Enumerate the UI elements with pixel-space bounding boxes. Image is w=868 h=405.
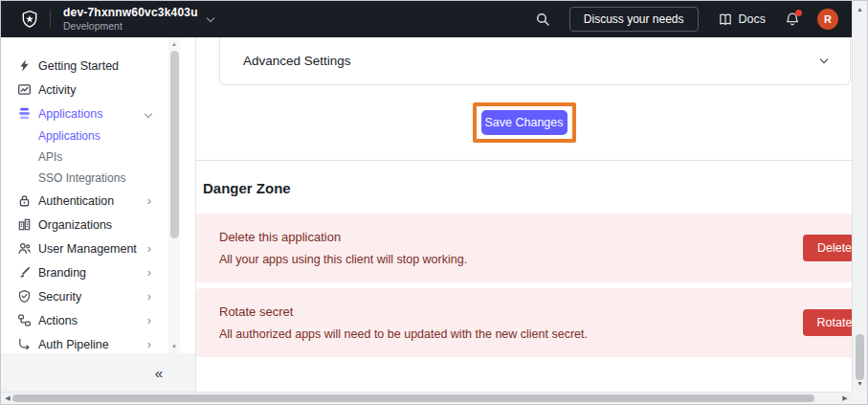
notifications-bell-icon[interactable] (785, 11, 800, 27)
sidebar-item-authentication[interactable]: Authentication › (1, 189, 195, 213)
bolt-icon (16, 58, 32, 74)
sidebar-item-getting-started[interactable]: Getting Started (1, 54, 195, 78)
sidebar-scrollbar[interactable]: ▲ ▼ (168, 37, 180, 353)
sidebar-item-label: Authentication (38, 194, 114, 208)
chevron-right-icon: › (147, 338, 151, 350)
users-icon (16, 241, 32, 257)
header-divider (50, 10, 51, 29)
chevron-down-icon[interactable] (820, 56, 828, 63)
horizontal-scrollbar[interactable]: ◀ ▶ (1, 392, 852, 404)
collapse-sidebar-button[interactable]: « (155, 365, 163, 381)
save-row: Save Changes (196, 85, 852, 160)
scrollbar-corner (852, 392, 867, 404)
settings-section: Advanced Settings Save Changes (196, 37, 852, 161)
viewport: dev-7hxnnw60vc3k403u Development Discuss… (1, 1, 852, 392)
chevron-right-icon: › (147, 242, 151, 255)
sidebar-item-security[interactable]: Security › (1, 284, 195, 308)
applications-stack-icon (16, 106, 32, 122)
sidebar-subitem-applications[interactable]: Applications (1, 125, 195, 146)
scroll-down-icon[interactable]: ▼ (168, 341, 180, 352)
chevron-right-icon: › (147, 314, 151, 326)
danger-zone-section: Danger Zone Delete this application All … (196, 161, 852, 357)
scroll-up-icon[interactable]: ▲ (168, 38, 180, 50)
sidebar-subitem-apis[interactable]: APIs (1, 146, 195, 168)
auth0-dashboard-window: dev-7hxnnw60vc3k403u Development Discuss… (0, 0, 868, 405)
rotate-secret-title: Rotate secret (219, 304, 803, 319)
sidebar-scrollbar-thumb[interactable] (170, 51, 179, 238)
sidebar-item-label: Applications (38, 107, 102, 121)
auth0-logo-icon[interactable] (20, 10, 39, 29)
rotate-secret-description: All authorized apps will need to be upda… (219, 327, 803, 341)
main-content: Advanced Settings Save Changes Danger Zo… (196, 37, 852, 392)
book-icon (718, 12, 733, 27)
discuss-your-needs-button[interactable]: Discuss your needs (569, 7, 699, 32)
docs-link[interactable]: Docs (718, 12, 766, 27)
delete-application-title: Delete this application (219, 230, 803, 244)
sidebar-item-branding[interactable]: Branding › (1, 260, 195, 284)
sidebar-item-organizations[interactable]: Organizations (1, 213, 195, 236)
sidebar-item-label: Getting Started (38, 59, 119, 73)
sidebar-item-label: Applications (38, 129, 100, 143)
sidebar-item-label: Branding (38, 266, 86, 280)
shield-check-icon (16, 289, 32, 304)
sidebar-item-label: SSO Integrations (38, 171, 125, 185)
sidebar-item-label: Auth Pipeline (38, 338, 109, 351)
scroll-right-icon[interactable]: ▶ (839, 393, 851, 404)
scroll-up-icon[interactable]: ▲ (853, 3, 867, 15)
chevron-down-icon (145, 109, 152, 117)
search-icon[interactable] (535, 11, 550, 27)
danger-zone-heading: Danger Zone (203, 180, 852, 196)
top-bar: dev-7hxnnw60vc3k403u Development Discuss… (1, 1, 852, 37)
delete-application-panel: Delete this application All your apps us… (196, 214, 852, 282)
sidebar-item-label: APIs (38, 150, 62, 164)
rotate-secret-panel: Rotate secret All authorized apps will n… (196, 288, 852, 357)
sidebar-item-user-management[interactable]: User Management › (1, 236, 195, 260)
tenant-environment: Development (63, 20, 198, 33)
sidebar-item-label: Organizations (38, 218, 112, 232)
pipeline-icon (16, 337, 32, 352)
sidebar: Getting Started Activity (1, 37, 196, 392)
advanced-settings-card[interactable]: Advanced Settings (219, 37, 851, 85)
lock-icon (16, 193, 32, 209)
rotate-button[interactable]: Rotate (803, 309, 852, 336)
user-avatar[interactable]: R (817, 9, 838, 30)
delete-application-description: All your apps using this client will sto… (219, 253, 803, 266)
paintbrush-icon (16, 265, 32, 281)
sidebar-item-label: User Management (38, 242, 137, 256)
sidebar-item-activity[interactable]: Activity (1, 78, 195, 101)
chevron-right-icon: › (147, 266, 151, 279)
sidebar-item-auth-pipeline[interactable]: Auth Pipeline › (1, 332, 195, 353)
chevron-right-icon: › (147, 194, 151, 207)
vertical-scrollbar-thumb[interactable] (856, 334, 864, 380)
sidebar-nav: Getting Started Activity (1, 37, 195, 353)
annotation-highlight-box: Save Changes (473, 102, 576, 143)
advanced-settings-title: Advanced Settings (243, 54, 351, 68)
horizontal-scrollbar-thumb[interactable] (12, 394, 814, 402)
vertical-scrollbar[interactable]: ▲ ▼ (852, 1, 867, 392)
chevron-right-icon: › (147, 290, 151, 303)
delete-button[interactable]: Delete (803, 235, 852, 261)
sidebar-footer: « (1, 353, 195, 392)
tenant-switcher[interactable]: dev-7hxnnw60vc3k403u Development (63, 6, 198, 33)
sidebar-subitem-sso-integrations[interactable]: SSO Integrations (1, 168, 195, 189)
save-changes-button[interactable]: Save Changes (481, 110, 568, 135)
chevron-down-icon[interactable] (207, 14, 214, 22)
docs-label: Docs (739, 12, 766, 26)
sidebar-item-label: Security (38, 290, 81, 304)
sidebar-item-label: Actions (38, 314, 78, 327)
flow-icon (16, 313, 32, 328)
sidebar-item-actions[interactable]: Actions › (1, 308, 195, 332)
sidebar-item-applications[interactable]: Applications (1, 101, 195, 125)
sidebar-item-label: Activity (38, 83, 77, 97)
scroll-down-icon[interactable]: ▼ (853, 377, 867, 390)
tenant-name: dev-7hxnnw60vc3k403u (63, 6, 198, 20)
buildings-icon (16, 217, 32, 233)
activity-chart-icon (16, 82, 32, 98)
notification-badge (795, 10, 802, 16)
